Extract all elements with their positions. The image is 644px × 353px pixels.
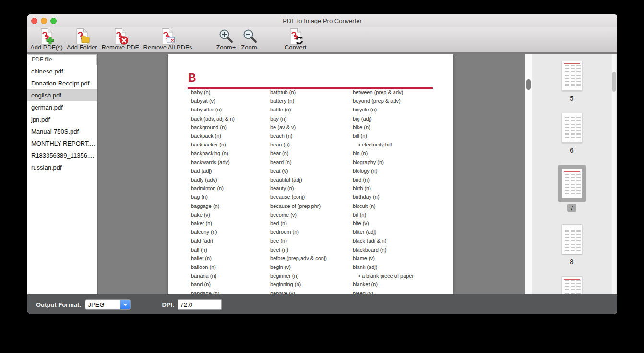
convert-label: Convert <box>285 44 307 51</box>
word-entry: because (conj) <box>270 194 305 200</box>
thumbnail-scrollbar[interactable] <box>612 54 616 294</box>
thumbnail-page-number: 8 <box>567 257 576 266</box>
word-entry: birthday (n) <box>353 194 380 200</box>
thumbnail-page-8[interactable]: 8 <box>562 224 582 266</box>
add-pdf-button[interactable]: Add PDF(s) <box>30 28 63 51</box>
bottom-bar: Output Format: JPEG DPI: <box>27 294 617 314</box>
preview-scrollbar[interactable] <box>525 54 532 294</box>
convert-icon <box>287 28 304 45</box>
dpi-input[interactable] <box>178 299 222 310</box>
pdf-file-list: PDF file chinese.pdfDonation Receipt.pdf… <box>27 54 98 294</box>
output-format-select[interactable]: JPEG <box>85 299 131 310</box>
add-folder-label: Add Folder <box>67 44 97 51</box>
word-entry: band (n) <box>191 281 211 287</box>
thumbnail-page-5[interactable]: 5 <box>562 61 582 102</box>
file-list-item[interactable]: MONTHLY REPORT.... <box>27 137 97 149</box>
word-entry: beard (n) <box>270 159 292 165</box>
word-entry: begin (v) <box>270 264 291 270</box>
minimize-window-button[interactable] <box>41 18 47 24</box>
file-list-item[interactable]: jpn.pdf <box>27 113 97 125</box>
thumbnail-scrollbar-handle[interactable] <box>612 72 616 92</box>
preview-scrollbar-handle[interactable] <box>526 79 531 90</box>
output-format-value: JPEG <box>85 301 120 308</box>
remove-pdf-button[interactable]: Remove PDF <box>102 28 139 51</box>
word-entry: balcony (n) <box>191 229 217 235</box>
word-entry: beauty (n) <box>270 185 294 191</box>
pdf-page-preview: B baby (n)babysit (v)babysitter (n)back … <box>168 54 453 294</box>
word-entry: balloon (n) <box>191 264 216 270</box>
add-folder-button[interactable]: Add Folder <box>67 28 97 51</box>
remove-all-icon <box>159 28 176 45</box>
remove-pdf-label: Remove PDF <box>102 44 139 51</box>
word-entry: black (adj & n) <box>353 238 386 243</box>
word-entry: babysitter (n) <box>191 107 222 112</box>
zoom-in-button[interactable]: Zoom+ <box>216 28 236 51</box>
word-entry: bicycle (n) <box>353 107 377 112</box>
thumbnail-text-column <box>565 65 569 87</box>
section-heading: B <box>188 72 196 85</box>
zoom-window-button[interactable] <box>50 18 57 24</box>
word-entry: blackboard (n) <box>353 247 386 253</box>
word-entry: beef (n) <box>270 247 288 253</box>
file-list-item[interactable]: english.pdf <box>27 89 97 101</box>
word-entry: bed (n) <box>270 220 287 226</box>
add-folder-icon <box>73 28 91 45</box>
file-list-item[interactable]: german.pdf <box>27 101 97 113</box>
thumbnail-text-column <box>576 117 581 139</box>
file-list-item[interactable]: Donation Receipt.pdf <box>27 77 97 89</box>
word-entry: biology (n) <box>353 168 377 174</box>
word-entry: bad (adj) <box>191 168 212 174</box>
close-window-button[interactable] <box>31 18 37 24</box>
thumbnail-panel: 56789 <box>532 54 612 294</box>
thumbnail-page-6[interactable]: 6 <box>562 113 582 154</box>
word-entry: bike (n) <box>353 124 370 130</box>
preview-area: B baby (n)babysit (v)babysitter (n)back … <box>98 54 525 294</box>
title-bar: PDF to Image Pro Converter <box>27 14 617 27</box>
thumbnail-text-column <box>565 117 569 139</box>
word-entry: • a blank piece of paper <box>358 273 414 279</box>
word-entry: blame (v) <box>353 256 375 261</box>
word-entry: bedroom (n) <box>270 229 299 235</box>
zoom-in-label: Zoom+ <box>216 44 236 51</box>
word-entry: bean (n) <box>270 142 290 147</box>
zoom-out-button[interactable]: Zoom- <box>241 28 259 51</box>
word-entry: bleed (v) <box>353 291 373 294</box>
zoom-in-icon <box>218 28 234 45</box>
word-entry: backpack (n) <box>191 133 221 139</box>
thumbnail-text-column <box>565 280 569 294</box>
thumbnail-text-column <box>571 65 575 87</box>
output-format-label: Output Format: <box>36 301 82 308</box>
word-entry: bird (n) <box>353 177 370 183</box>
word-entry: badminton (n) <box>191 185 224 191</box>
word-entry: blank (adj) <box>353 264 377 270</box>
word-entry: beautiful (adj) <box>270 177 302 183</box>
thumbnail-text-column <box>571 280 575 294</box>
word-entry: back (adv, adj & n) <box>191 116 235 122</box>
main-content: PDF file chinese.pdfDonation Receipt.pdf… <box>27 54 617 294</box>
thumbnail-red-header <box>564 171 580 172</box>
word-entry: blanket (n) <box>353 281 378 287</box>
word-entry: battle (n) <box>270 107 291 112</box>
word-entry: baker (n) <box>191 220 212 226</box>
thumbnail-page-9[interactable]: 9 <box>562 276 582 294</box>
file-list-item[interactable]: R183356389_11356.... <box>27 149 97 161</box>
thumbnail-image <box>562 276 582 294</box>
word-entry: beginner (n) <box>270 273 298 279</box>
word-entry: bag (n) <box>191 194 208 200</box>
add-pdf-label: Add PDF(s) <box>30 44 63 51</box>
thumbnail-red-header <box>564 279 580 280</box>
word-entry: bay (n) <box>270 116 286 122</box>
word-entry: big (adj) <box>353 116 372 122</box>
word-entry: backwards (adv) <box>191 159 230 165</box>
file-list-item[interactable]: chinese.pdf <box>27 65 97 77</box>
word-entry: beach (n) <box>270 133 292 139</box>
thumbnail-image <box>562 61 582 91</box>
file-list-item[interactable]: Manual-750S.pdf <box>27 125 97 137</box>
file-list-item[interactable]: russian.pdf <box>27 161 97 173</box>
remove-all-button[interactable]: Remove All PDFs <box>143 28 192 51</box>
word-entry: bit (n) <box>353 212 366 218</box>
word-entry: babysit (v) <box>191 98 215 104</box>
convert-button[interactable]: Convert <box>285 28 307 51</box>
thumbnail-page-7[interactable]: 7 <box>562 169 582 212</box>
word-entry: between (prep & adv) <box>353 89 403 95</box>
